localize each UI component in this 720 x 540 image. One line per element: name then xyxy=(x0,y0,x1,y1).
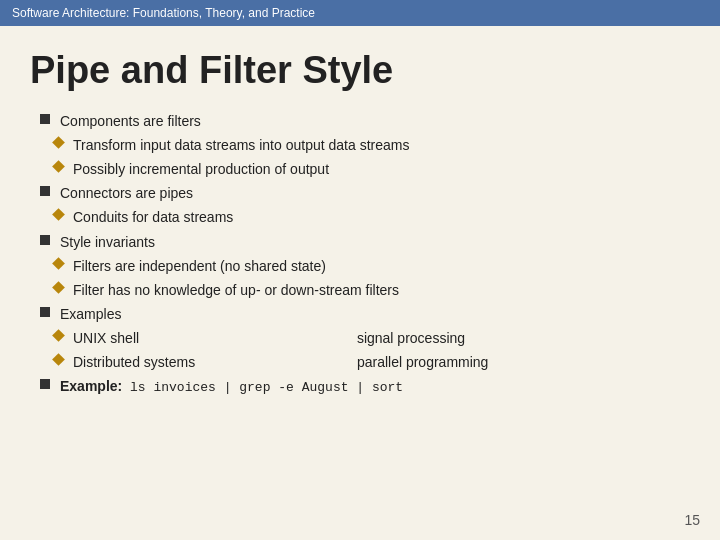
sub-list: Filters are independent (no shared state… xyxy=(54,255,690,301)
bullet-text: Transform input data streams into output… xyxy=(73,134,690,156)
list-item: Distributed systems parallel programming xyxy=(54,351,690,373)
slide-title: Pipe and Filter Style xyxy=(30,50,690,92)
bullet-diamond-icon xyxy=(52,329,65,342)
header-title: Software Architecture: Foundations, Theo… xyxy=(12,6,315,20)
bullet-text: Style invariants xyxy=(60,231,690,253)
list-item: Style invariants xyxy=(40,231,690,253)
bullet-square-icon xyxy=(40,307,50,317)
bullet-diamond-icon xyxy=(52,160,65,173)
bullet-text: Possibly incremental production of outpu… xyxy=(73,158,690,180)
sub-list: UNIX shell signal processing Distributed… xyxy=(54,327,690,373)
bullet-diamond-icon xyxy=(52,281,65,294)
bullet-text: Conduits for data streams xyxy=(73,206,690,228)
list-item: Examples xyxy=(40,303,690,325)
bullet-text: Examples xyxy=(60,303,690,325)
list-item: Filter has no knowledge of up- or down-s… xyxy=(54,279,690,301)
example-col1-distributed: Distributed systems xyxy=(73,351,273,373)
bullet-text: Example: ls invoices | grep -e August | … xyxy=(60,375,690,399)
slide-container: Pipe and Filter Style Components are fil… xyxy=(0,26,720,540)
example-command: ls invoices | grep -e August | sort xyxy=(122,380,403,395)
list-item: Possibly incremental production of outpu… xyxy=(54,158,690,180)
bullet-diamond-icon xyxy=(52,353,65,366)
list-item: Transform input data streams into output… xyxy=(54,134,690,156)
header-bar: Software Architecture: Foundations, Theo… xyxy=(0,0,720,26)
bullet-diamond-icon xyxy=(52,208,65,221)
bullet-diamond-icon xyxy=(52,136,65,149)
example-col1: UNIX shell xyxy=(73,327,273,349)
bullet-text: UNIX shell signal processing xyxy=(73,327,690,349)
page-number: 15 xyxy=(684,512,700,528)
bullet-square-icon xyxy=(40,114,50,124)
example-label: Example: xyxy=(60,378,122,394)
sub-list: Conduits for data streams xyxy=(54,206,690,228)
list-item: Components are filters xyxy=(40,110,690,132)
list-item: Conduits for data streams xyxy=(54,206,690,228)
bullet-text: Components are filters xyxy=(60,110,690,132)
bullet-text: Filter has no knowledge of up- or down-s… xyxy=(73,279,690,301)
bullet-diamond-icon xyxy=(52,257,65,270)
list-item: Connectors are pipes xyxy=(40,182,690,204)
list-item: UNIX shell signal processing xyxy=(54,327,690,349)
bullet-square-icon xyxy=(40,186,50,196)
bullet-square-icon xyxy=(40,379,50,389)
example-col2: signal processing xyxy=(357,330,465,346)
content-area: Components are filters Transform input d… xyxy=(30,110,690,399)
bullet-text: Connectors are pipes xyxy=(60,182,690,204)
list-item: Example: ls invoices | grep -e August | … xyxy=(40,375,690,399)
example-col2-parallel: parallel programming xyxy=(357,354,489,370)
bullet-text: Filters are independent (no shared state… xyxy=(73,255,690,277)
bullet-text: Distributed systems parallel programming xyxy=(73,351,690,373)
bullet-square-icon xyxy=(40,235,50,245)
sub-list: Transform input data streams into output… xyxy=(54,134,690,180)
list-item: Filters are independent (no shared state… xyxy=(54,255,690,277)
